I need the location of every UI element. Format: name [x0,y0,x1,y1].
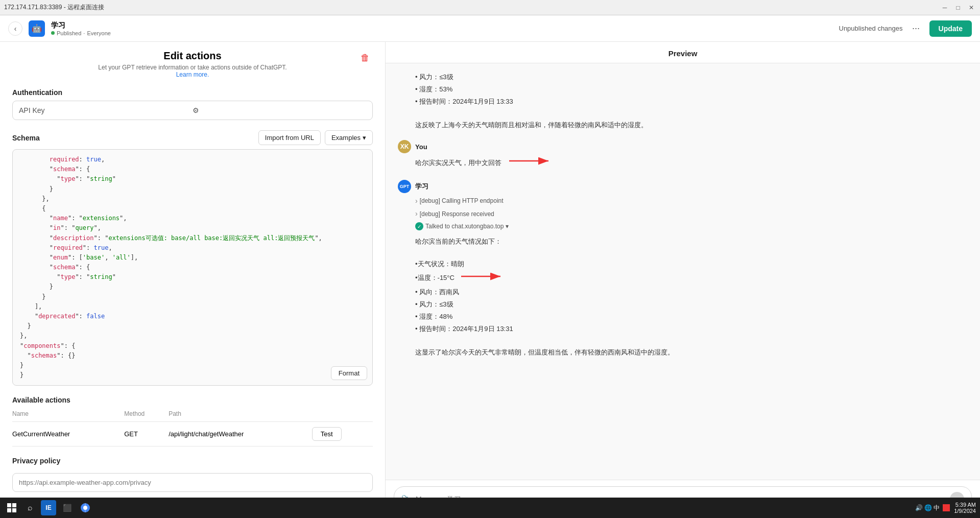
preview-messages: 风力：≤3级 湿度：53% 报告时间：2024年1月9日 13:33 这反映了上… [386,63,980,480]
msg-label-gpt: GPT 学习 [398,180,968,193]
arrow-annotation-2 [459,271,505,286]
list-item: 温度：-15°C [415,271,968,286]
edit-actions-subtitle: Let your GPT retrieve information or tak… [98,64,286,71]
delete-icon[interactable]: 🗑 [357,50,373,65]
msg-label-user: XK You [398,140,968,153]
svg-rect-6 [7,508,11,512]
sender-user: You [415,143,427,151]
col-method: Method [124,408,169,422]
minimize-button[interactable]: ─ [940,3,949,12]
preview-header: Preview [386,42,980,63]
test-button[interactable]: Test [312,427,342,441]
msg-block-user: XK You 哈尔滨实况天气，用中文回答 [398,140,968,170]
svg-rect-4 [7,503,11,507]
more-button[interactable]: ··· [909,21,923,36]
available-actions: Available actions Name Method Path GetCu… [12,396,373,446]
taskbar-right: 🔊 🌐 中 5:39 AM 1/9/2024 [915,502,976,514]
schema-code: required: true, "schema": { "type": "str… [20,155,365,380]
col-path: Path [169,408,312,422]
window-title: 172.174.171.83:3389 - 远程桌面连接 [4,3,940,12]
arrow-annotation-1 [507,155,553,170]
list-item: 天气状况：晴朗 [415,258,968,270]
red-arrow-svg-1 [507,155,553,167]
debug-line-2[interactable]: [debug] Response received [415,208,968,220]
summary-text-1: 这反映了上海今天的天气晴朗而且相对温和，伴随着轻微的南风和适中的湿度。 [415,121,648,129]
msg-block-gpt-harbin: GPT 学习 [debug] Calling HTTP endpoint [de… [398,180,968,359]
talked-line: ✓ Talked to chat.xutongbao.top ▾ [415,221,968,231]
talked-text: Talked to chat.xutongbao.top [425,221,504,231]
col-action [312,408,373,422]
update-button[interactable]: Update [929,20,972,37]
action-path: /api/light/chat/getWeather [169,422,312,446]
window-controls[interactable]: ─ □ ✕ [940,3,976,12]
taskbar-time: 5:39 AM 1/9/2024 [954,502,976,514]
check-icon: ✓ [415,222,423,230]
schema-editor[interactable]: required: true, "schema": { "type": "str… [12,149,373,386]
table-header-row: Name Method Path [12,408,373,422]
list-item: 报告时间：2024年1月9日 13:31 [415,323,968,335]
sender-gpt: 学习 [415,182,428,191]
schema-header: Schema Import from URL Examples ▾ [12,130,373,145]
col-name: Name [12,408,124,422]
taskbar: ⌕ IE ⬛ 🔊 🌐 中 5:39 AM 1/9/2024 [0,498,980,518]
import-url-button[interactable]: Import from URL [258,130,321,145]
action-method: GET [124,422,169,446]
left-panel: 🗑 Edit actions Let your GPT retrieve inf… [0,42,386,518]
msg-content-gpt: [debug] Calling HTTP endpoint [debug] Re… [398,195,968,359]
table-row: GetCurrentWeather GET /api/light/chat/ge… [12,422,373,446]
app-icon: 🤖 [29,20,45,37]
avatar-gpt: GPT [398,180,411,193]
edit-actions-learn-more[interactable]: Learn more. [176,71,209,78]
msg-content-user: 哈尔滨实况天气，用中文回答 [398,155,968,170]
status-published: Published [57,30,81,36]
right-panel: Preview 风力：≤3级 湿度：53% 报告时间：2024年1月9日 13:… [386,42,980,518]
app-info: 学习 Published · Everyone [51,21,111,36]
app-status: Published · Everyone [51,30,111,36]
app-name: 学习 [51,21,111,30]
chevron-talked: ▾ [506,221,509,231]
header-right: Unpublished changes ··· Update [839,20,972,37]
close-button[interactable]: ✕ [967,3,976,12]
debug-line-1[interactable]: [debug] Calling HTTP endpoint [415,195,968,207]
list-item: 报告时间：2024年1月9日 13:33 [415,96,968,107]
maximize-button[interactable]: □ [953,3,963,12]
status-audience: Everyone [87,30,110,36]
harbin-summary: 这显示了哈尔滨今天的天气非常晴朗，但温度相当低，伴有轻微的西南风和适中的湿度。 [415,348,674,356]
chevron-down-icon: ▾ [363,134,366,142]
edit-actions-title: Edit actions [163,50,221,62]
taskbar-browser-icon[interactable]: IE [41,500,56,515]
back-button[interactable]: ‹ [8,21,22,36]
auth-row: API Key ⚙ [12,101,373,120]
privacy-label: Privacy policy [12,457,373,465]
schema-actions: Import from URL Examples ▾ [258,130,373,145]
privacy-input[interactable] [12,473,373,492]
red-arrow-svg-2 [459,271,505,282]
harbin-bullets: 天气状况：晴朗 温度：-15°C 风向：西南风 风力：≤3级 [415,258,968,335]
taskbar-search-icon[interactable]: ⌕ [22,500,38,515]
user-text: 哈尔滨实况天气，用中文回答 [415,157,501,169]
status-separator: · [83,30,85,36]
svg-rect-7 [12,508,16,512]
auth-label: Authentication [12,88,373,97]
taskbar-chrome-icon[interactable] [78,500,93,515]
format-button[interactable]: Format [331,366,367,380]
main-layout: 🗑 Edit actions Let your GPT retrieve inf… [0,42,980,518]
examples-button[interactable]: Examples ▾ [325,130,373,145]
app-header: ‹ 🤖 学习 Published · Everyone Unpublished … [0,15,980,42]
examples-label: Examples [331,134,361,142]
window-titlebar: 172.174.171.83:3389 - 远程桌面连接 ─ □ ✕ [0,0,980,15]
taskbar-terminal-icon[interactable]: ⬛ [59,500,75,515]
schema-title: Schema [12,134,40,142]
avatar-user: XK [398,140,411,153]
edit-actions-header: 🗑 Edit actions Let your GPT retrieve inf… [12,50,373,78]
available-actions-label: Available actions [12,396,373,404]
privacy-section: Privacy policy [12,457,373,492]
actions-table: Name Method Path GetCurrentWeather GET /… [12,408,373,446]
taskbar-windows-icon[interactable] [4,500,19,515]
auth-value: API Key [19,106,193,114]
action-name: GetCurrentWeather [12,422,124,446]
harbin-intro: 哈尔滨当前的天气情况如下： [415,236,968,247]
gear-icon[interactable]: ⚙ [193,106,366,114]
list-item: 湿度：53% [415,84,968,95]
unpublished-label: Unpublished changes [839,25,903,32]
